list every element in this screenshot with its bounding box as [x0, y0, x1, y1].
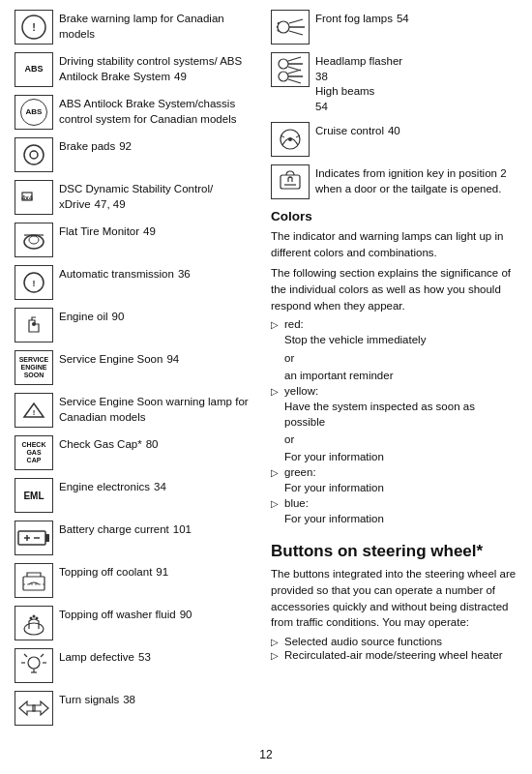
right-column: Front fog lamps54 Headlamp flasher	[271, 10, 517, 733]
svg-point-7	[29, 236, 39, 244]
cruise-text: Cruise control40	[315, 122, 517, 139]
colors-intro2: The following section explains the signi…	[271, 265, 517, 313]
color-yellow-line1: Have the system inspected as soon as pos…	[284, 399, 517, 430]
list-item: ! Brake warning lamp for Canadian models	[15, 10, 261, 45]
coolant-icon	[15, 563, 53, 598]
svg-rect-18	[23, 577, 44, 590]
color-red-label: red:	[284, 318, 304, 330]
list-item: ABS Driving stability control systems/ A…	[15, 52, 261, 87]
svg-line-44	[288, 79, 301, 83]
list-item: Topping off washer fluid90	[15, 606, 261, 640]
service-engine-icon: SERVICEENGINESOON	[15, 350, 53, 385]
coolant-text: Topping off coolant91	[59, 563, 261, 580]
color-yellow-or1: or	[284, 432, 517, 447]
brake-pads-text: Brake pads92	[59, 137, 261, 155]
eml-text: Engine electronics34	[59, 478, 261, 495]
turn-signals-icon	[15, 691, 53, 726]
svg-point-2	[24, 145, 44, 164]
abs-circle-icon: ABS	[15, 95, 53, 130]
lamp-defective-icon	[15, 648, 53, 683]
steering-item-1: ▷ Recirculated-air mode/steering wheel h…	[271, 649, 517, 661]
color-yellow-line2: For your information	[284, 449, 517, 464]
svg-line-36	[289, 31, 303, 35]
brake-canada-text: Brake warning lamp for Canadian models	[59, 10, 261, 42]
abs-text: Driving stability control systems/ ABS A…	[59, 52, 261, 84]
color-green-label: green:	[284, 466, 316, 478]
color-green-item: ▷ green:	[271, 466, 517, 478]
color-blue-label: blue:	[284, 497, 309, 509]
svg-point-11	[32, 322, 36, 326]
washer-text: Topping off washer fluid90	[59, 606, 261, 623]
list-item: Headlamp flasher 38 High beams 54	[271, 52, 517, 114]
svg-line-30	[41, 654, 44, 657]
engine-oil-text: Engine oil90	[59, 308, 261, 325]
svg-point-21	[30, 617, 33, 620]
svg-point-6	[24, 235, 44, 249]
bullet-arrow: ▷	[271, 637, 281, 647]
svg-point-23	[36, 617, 39, 620]
check-gas-icon: CHECKGASCAP	[15, 435, 53, 470]
svg-point-33	[278, 21, 289, 33]
abs-icon: ABS	[15, 52, 53, 87]
left-column: ! Brake warning lamp for Canadian models…	[15, 10, 261, 733]
bullet-arrow: ▷	[271, 319, 281, 330]
svg-point-3	[30, 151, 38, 159]
svg-line-29	[24, 654, 27, 657]
svg-rect-13	[18, 531, 45, 545]
color-yellow-item: ▷ yellow:	[271, 385, 517, 397]
ignition-key-icon	[271, 164, 310, 199]
service-engine-canada-text: Service Engine Soon warning lamp for Can…	[59, 393, 261, 425]
svg-point-22	[33, 615, 36, 618]
svg-rect-14	[45, 534, 49, 542]
lamp-defective-text: Lamp defective53	[59, 648, 261, 666]
list-item: Brake pads92	[15, 137, 261, 172]
colors-section-title: Colors	[271, 209, 517, 223]
svg-point-20	[24, 623, 44, 635]
battery-icon	[15, 521, 53, 555]
svg-point-37	[279, 59, 288, 69]
abs-circle-text: ABS Antilock Brake System/chassis contro…	[59, 95, 261, 127]
page-footer: 12	[15, 748, 517, 761]
dsc-icon: 4x4	[15, 180, 53, 215]
steering-body: The buttons integrated into the steering…	[271, 566, 517, 631]
dsc-text: DSC Dynamic Stability Control/ xDrive47,…	[59, 180, 261, 212]
headlamp-flasher-icon	[271, 52, 310, 87]
svg-point-46	[288, 137, 292, 141]
ignition-key-text: Indicates from ignition key in position …	[315, 164, 517, 196]
battery-text: Battery charge current101	[59, 521, 261, 538]
turn-signals-text: Turn signals38	[59, 691, 261, 708]
list-item: CHECKGASCAP Check Gas Cap*80	[15, 435, 261, 470]
svg-line-43	[288, 70, 301, 74]
colors-intro1: The indicator and warning lamps can ligh…	[271, 228, 517, 260]
list-item: ! Automatic transmission36	[15, 265, 261, 300]
cruise-icon	[271, 122, 310, 157]
bullet-arrow: ▷	[271, 498, 281, 509]
list-item: Topping off coolant91	[15, 563, 261, 598]
bullet-arrow: ▷	[271, 650, 281, 661]
flat-tire-text: Flat Tire Monitor49	[59, 223, 261, 240]
svg-text:4x4: 4x4	[21, 194, 33, 201]
steering-item-0: ▷ Selected audio source functions	[271, 636, 517, 647]
check-gas-text: Check Gas Cap*80	[59, 435, 261, 453]
list-item: EML Engine electronics34	[15, 478, 261, 513]
svg-line-35	[289, 19, 303, 23]
list-item: Lamp defective53	[15, 648, 261, 683]
washer-icon	[15, 606, 53, 640]
list-item: Cruise control40	[271, 122, 517, 157]
svg-line-39	[288, 57, 301, 61]
list-item: Battery charge current101	[15, 521, 261, 555]
color-blue-item: ▷ blue:	[271, 497, 517, 509]
svg-point-41	[279, 72, 288, 81]
list-item: 4x4 DSC Dynamic Stability Control/ xDriv…	[15, 180, 261, 215]
engine-oil-icon	[15, 308, 53, 342]
list-item: Engine oil90	[15, 308, 261, 342]
list-item: Front fog lamps54	[271, 10, 517, 45]
bullet-arrow: ▷	[271, 467, 281, 478]
color-green-line1: For your information	[284, 480, 517, 495]
auto-trans-icon: !	[15, 265, 53, 300]
list-item: Turn signals38	[15, 691, 261, 726]
list-item: ! Service Engine Soon warning lamp for C…	[15, 393, 261, 428]
bullet-arrow: ▷	[271, 386, 281, 397]
brake-pads-icon	[15, 137, 53, 172]
svg-text:!: !	[33, 279, 36, 288]
